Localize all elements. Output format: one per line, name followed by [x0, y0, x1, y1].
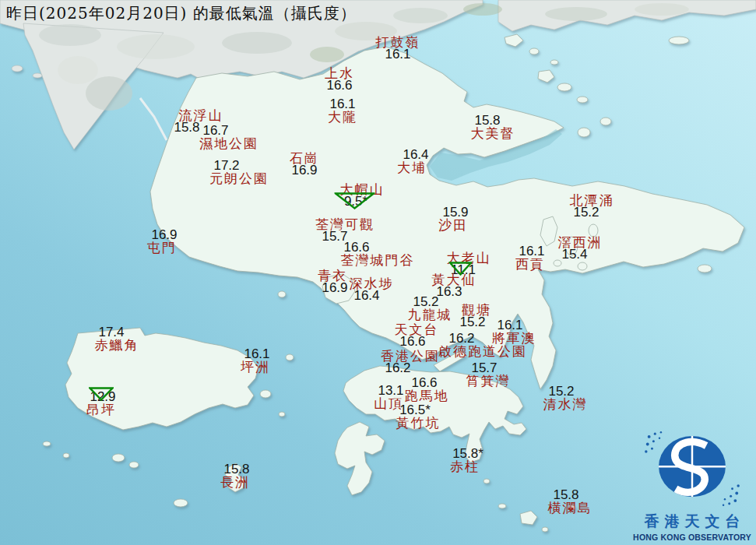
station-name: 赤柱 — [449, 460, 480, 473]
station-name: 坪洲 — [241, 360, 270, 373]
station-label: 15.8橫瀾島 — [548, 489, 592, 514]
station-name: 清水灣 — [543, 398, 588, 410]
hko-logo-chinese-name: 香港天文台 — [638, 512, 751, 532]
station-name: 元朗公園 — [209, 172, 269, 185]
station-label: 16.6荃灣城門谷 — [341, 241, 415, 266]
station-name: 啟德跑道公園 — [438, 345, 527, 357]
station-name: 大隴 — [328, 111, 357, 123]
station-name: 橫瀾島 — [548, 501, 592, 514]
station-name: 長洲 — [220, 476, 250, 488]
station-label: 16.5*黃竹坑 — [396, 404, 441, 429]
station-label: 15.8*赤柱 — [449, 448, 480, 473]
station-name: 屯門 — [147, 241, 177, 254]
shenzhen-bay-bridge — [140, 98, 167, 140]
station-label: 打鼓嶺16.1 — [376, 36, 420, 61]
station-label: 大帽山9.5* — [340, 183, 385, 208]
station-label: 17.2元朗公園 — [209, 160, 269, 185]
hko-logo-emblem — [643, 429, 741, 508]
station-name: 大埔 — [397, 161, 427, 174]
station-label: 16.9屯門 — [147, 229, 177, 254]
station-name: 跑馬地 — [405, 389, 449, 402]
station-label: 觀塘15.2 — [462, 304, 491, 329]
station-value: 15.4 — [553, 248, 597, 261]
station-label: 16.1坪洲 — [241, 348, 270, 373]
station-label: 16.1西貢 — [515, 245, 545, 270]
hko-logo: 香港天文台 HONG KONG OBSERVATORY — [633, 429, 751, 542]
station-label: 15.8長洲 — [220, 463, 250, 488]
station-label: 青衣16.9 — [318, 269, 347, 294]
station-label: 17.4赤鱲角 — [95, 326, 139, 351]
station-label: 16.6跑馬地 — [405, 377, 449, 402]
station-value: 16.1 — [376, 48, 420, 61]
station-value: 16.9 — [290, 164, 319, 177]
station-label: 深水埗16.4 — [350, 277, 394, 302]
station-name: 荃灣城門谷 — [341, 254, 415, 266]
station-name: 西貢 — [515, 258, 545, 270]
station-label: 16.1大隴 — [328, 98, 357, 123]
map-title: 昨日(2025年02月20日) 的最低氣溫（攝氏度） — [6, 3, 357, 24]
station-name: 昂坪 — [86, 403, 116, 416]
station-label: 16.4大埔 — [397, 149, 427, 174]
hko-logo-english-name: HONG KONG OBSERVATORY — [633, 533, 751, 542]
station-value: 16.4 — [345, 290, 389, 302]
station-name: 黃竹坑 — [396, 417, 441, 429]
station-label: 12.9昂坪 — [86, 391, 116, 416]
station-label: 15.8大美督 — [471, 114, 515, 139]
station-label: 16.2啟德跑道公園 — [438, 332, 527, 357]
station-value: 9.5* — [334, 195, 378, 208]
station-label: 石崗16.9 — [290, 152, 319, 177]
station-value: 15.2 — [458, 316, 487, 329]
station-value: 16.2 — [368, 362, 427, 374]
station-label: 15.2九龍城 — [408, 296, 452, 321]
station-name: 大美督 — [471, 127, 515, 139]
station-value: 15.2 — [564, 206, 609, 219]
station-value: 16.6 — [325, 79, 354, 92]
station-label: 香港公園16.2 — [381, 350, 440, 374]
station-label: 上水16.6 — [325, 67, 354, 92]
station-name: 沙田 — [438, 219, 468, 231]
station-label: 15.2清水灣 — [543, 385, 588, 410]
station-name: 筲箕灣 — [466, 374, 511, 387]
station-label: 15.7筲箕灣 — [466, 362, 511, 387]
station-name: 赤鱲角 — [95, 339, 139, 351]
station-label: 滘西洲15.4 — [558, 236, 603, 261]
station-name: 九龍城 — [408, 308, 452, 321]
temperature-map: 昨日(2025年02月20日) 的最低氣溫（攝氏度） 打鼓嶺16.1上水16.6… — [0, 0, 756, 545]
station-label: 16.7濕地公園 — [199, 125, 258, 149]
station-name: 濕地公園 — [199, 137, 258, 149]
station-label: 北潭涌15.2 — [570, 194, 614, 219]
station-label: 15.9沙田 — [438, 206, 468, 231]
